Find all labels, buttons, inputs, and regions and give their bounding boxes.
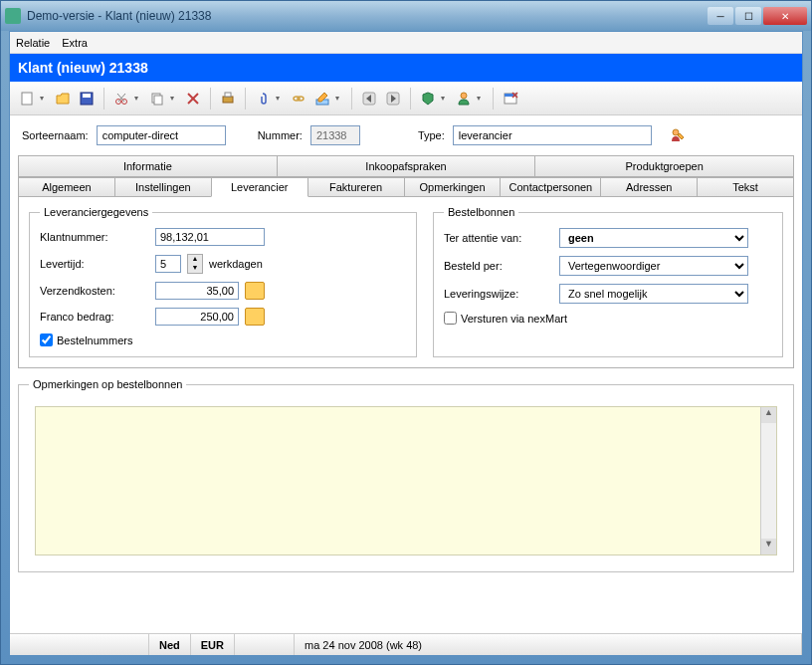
cut-dropdown[interactable]: ▾ (134, 94, 144, 103)
window-title: Demo-versie - Klant (nieuw) 21338 (27, 9, 708, 23)
new-button[interactable] (16, 88, 38, 110)
levertijd-input[interactable] (155, 255, 181, 273)
window-controls: ─ ☐ ✕ (708, 7, 807, 25)
tab-informatie[interactable]: Informatie (18, 155, 278, 177)
tabs: Informatie Inkoopafspraken Produktgroepe… (10, 155, 802, 368)
levertijd-unit: werkdagen (209, 258, 263, 270)
tab-contactpersonen[interactable]: Contactpersonen (500, 177, 601, 197)
svg-point-18 (461, 93, 467, 99)
copy-button[interactable] (146, 88, 168, 110)
tab-inkoopafspraken[interactable]: Inkoopafspraken (277, 155, 536, 177)
comments-textarea[interactable]: ▲ ▼ (35, 406, 777, 555)
franco-browse-button[interactable] (245, 308, 265, 326)
bestelbonnen-group: Bestelbonnen Ter attentie van: geen Best… (433, 206, 783, 357)
user-edit-icon[interactable] (670, 127, 686, 143)
tab-instellingen[interactable]: Instellingen (114, 177, 212, 197)
delete-button[interactable] (182, 88, 204, 110)
user-dropdown[interactable]: ▾ (477, 94, 487, 103)
sorteernaam-label: Sorteernaam: (22, 129, 89, 141)
svg-point-14 (298, 97, 304, 101)
link-button[interactable] (288, 88, 309, 110)
tab-adressen[interactable]: Adressen (600, 177, 698, 197)
status-lang: Ned (149, 634, 191, 655)
user-button[interactable] (453, 88, 475, 110)
prev-button[interactable] (358, 88, 380, 110)
minimize-button[interactable]: ─ (708, 7, 733, 25)
sorteernaam-input[interactable] (97, 125, 226, 145)
comments-scrollbar[interactable]: ▲ ▼ (760, 407, 776, 554)
levertijd-spinner[interactable]: ▲▼ (187, 254, 203, 274)
svg-rect-12 (225, 93, 231, 97)
leveranciergegevens-group: Leveranciergegevens Klantnummer: Leverti… (29, 206, 417, 357)
bestelnummers-label: Bestelnummers (57, 334, 132, 346)
toolbar: ▾ ▾ ▾ ▾ ▾ ▾ ▾ (10, 82, 802, 115)
type-label: Type: (418, 129, 445, 141)
menu-relatie[interactable]: Relatie (16, 37, 50, 49)
print-button[interactable] (217, 88, 239, 110)
type-input[interactable] (453, 125, 652, 145)
page-title: Klant (nieuw) 21338 (18, 60, 148, 76)
tab-pane: Leveranciergegevens Klantnummer: Leverti… (18, 196, 794, 368)
tab-leverancier[interactable]: Leverancier (211, 177, 308, 197)
menu-extra[interactable]: Extra (62, 37, 88, 49)
form-row: Sorteernaam: Nummer: Type: (10, 115, 802, 155)
svg-rect-8 (154, 96, 162, 105)
cut-button[interactable] (110, 88, 132, 110)
versturen-label: Versturen via nexMart (461, 313, 567, 325)
ter-attentie-select[interactable]: geen (559, 228, 748, 248)
verzendkosten-browse-button[interactable] (245, 282, 265, 300)
ter-attentie-label: Ter attentie van: (444, 232, 553, 244)
tab-algemeen[interactable]: Algemeen (18, 177, 115, 197)
edit-dropdown[interactable]: ▾ (335, 94, 345, 103)
comments-legend: Opmerkingen op bestelbonnen (29, 378, 186, 390)
comments-group: Opmerkingen op bestelbonnen ▲ ▼ (18, 378, 794, 572)
klantnummer-input[interactable] (155, 228, 265, 246)
copy-dropdown[interactable]: ▾ (170, 94, 180, 103)
tab-opmerkingen[interactable]: Opmerkingen (404, 177, 502, 197)
tab-produktgroepen[interactable]: Produktgroepen (534, 155, 794, 177)
svg-point-23 (673, 129, 679, 135)
page-header: Klant (nieuw) 21338 (10, 54, 802, 82)
nummer-input (310, 125, 360, 145)
franco-label: Franco bedrag: (40, 311, 149, 323)
verzendkosten-input[interactable] (155, 282, 239, 300)
help-dropdown[interactable]: ▾ (441, 94, 451, 103)
save-button[interactable] (76, 88, 98, 110)
franco-input[interactable] (155, 308, 239, 326)
status-date: ma 24 nov 2008 (wk 48) (295, 634, 802, 655)
svg-rect-2 (83, 94, 91, 98)
attach-button[interactable] (252, 88, 274, 110)
client-area: Relatie Extra Klant (nieuw) 21338 ▾ ▾ ▾ … (9, 31, 803, 656)
svg-rect-11 (223, 97, 233, 103)
open-button[interactable] (52, 88, 74, 110)
app-icon (5, 8, 21, 24)
besteld-per-label: Besteld per: (444, 260, 553, 272)
new-dropdown[interactable]: ▾ (40, 94, 50, 103)
statusbar: Ned EUR ma 24 nov 2008 (wk 48) (10, 633, 802, 655)
status-currency: EUR (191, 634, 235, 655)
svg-rect-0 (22, 93, 32, 105)
bestelnummers-checkbox[interactable] (40, 333, 53, 346)
verzendkosten-label: Verzendkosten: (40, 285, 149, 297)
help-button[interactable] (417, 88, 439, 110)
edit-button[interactable] (311, 88, 333, 110)
titlebar: Demo-versie - Klant (nieuw) 21338 ─ ☐ ✕ (1, 1, 811, 31)
attach-dropdown[interactable]: ▾ (276, 94, 286, 103)
next-button[interactable] (382, 88, 404, 110)
besteld-per-select[interactable]: Vertegenwoordiger (559, 256, 748, 276)
levertijd-label: Levertijd: (40, 258, 149, 270)
leveringswijze-label: Leveringswijze: (444, 288, 553, 300)
bestelbonnen-legend: Bestelbonnen (444, 206, 518, 218)
klantnummer-label: Klantnummer: (40, 231, 149, 243)
window-close-button[interactable] (500, 88, 521, 110)
tab-faktureren[interactable]: Faktureren (307, 177, 405, 197)
leveranciergegevens-legend: Leveranciergegevens (40, 206, 152, 218)
tab-tekst[interactable]: Tekst (697, 177, 794, 197)
maximize-button[interactable]: ☐ (735, 7, 761, 25)
versturen-checkbox[interactable] (444, 312, 457, 325)
app-window: Demo-versie - Klant (nieuw) 21338 ─ ☐ ✕ … (0, 0, 812, 665)
close-button[interactable]: ✕ (763, 7, 807, 25)
nummer-label: Nummer: (258, 129, 303, 141)
menubar: Relatie Extra (10, 32, 802, 54)
leveringswijze-select[interactable]: Zo snel mogelijk (559, 284, 748, 304)
